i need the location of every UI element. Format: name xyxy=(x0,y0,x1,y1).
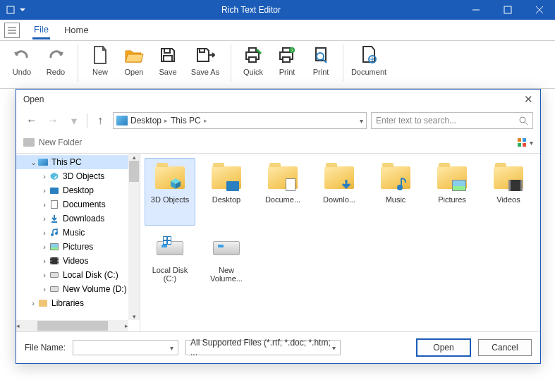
file-item[interactable]: Desktop xyxy=(201,158,252,226)
svg-point-30 xyxy=(51,233,54,236)
expand-icon[interactable]: › xyxy=(40,243,49,251)
folder-3d-icon xyxy=(153,163,187,192)
expand-icon[interactable]: › xyxy=(29,299,37,307)
tree-label: Videos xyxy=(63,256,88,266)
svg-point-32 xyxy=(397,185,403,190)
file-item[interactable]: 3D Objects xyxy=(145,158,195,226)
folder-tree[interactable]: ⌄ This PC ›3D Objects ›Desktop ›Document… xyxy=(16,154,140,331)
view-mode-button[interactable]: ▾ xyxy=(517,137,533,147)
minimize-button[interactable] xyxy=(460,0,492,20)
breadcrumb-root[interactable]: Desktop xyxy=(130,116,161,125)
tree-node[interactable]: ›Music xyxy=(16,226,140,240)
file-item[interactable]: Pictures xyxy=(427,158,477,226)
saveas-button[interactable]: Save As xyxy=(185,44,225,76)
forward-button[interactable]: → xyxy=(44,112,61,129)
maximize-button[interactable] xyxy=(492,0,523,20)
file-item[interactable]: Docume... xyxy=(257,158,308,226)
filetype-combo[interactable]: All Supported Files (*.rtf; *.doc; *.htm… xyxy=(185,340,341,355)
dialog-title: Open xyxy=(23,94,44,104)
tree-horizontal-scrollbar[interactable]: ◂▸ xyxy=(16,320,128,331)
document-button[interactable]: Document xyxy=(349,44,389,76)
filename-combo[interactable]: ▾ xyxy=(73,340,178,355)
ribbon-toolbar: Undo Redo New Open Save Save As Quick ? … xyxy=(0,41,555,89)
ribbon-menu-icon[interactable] xyxy=(4,23,20,38)
new-file-icon xyxy=(89,44,111,66)
open-button[interactable]: Open xyxy=(118,44,150,76)
folder-downloads-icon xyxy=(322,163,356,192)
tree-vertical-scrollbar[interactable]: ▴▾ xyxy=(128,154,140,320)
cancel-button[interactable]: Cancel xyxy=(478,339,532,356)
folder-icon xyxy=(23,138,35,147)
open-file-dialog: Open ✕ ← → ▾ ↑ Desktop ▸ This PC ▸ ▾ Ent… xyxy=(16,89,541,364)
breadcrumb-bar[interactable]: Desktop ▸ This PC ▸ ▾ xyxy=(113,112,367,129)
svg-rect-27 xyxy=(518,143,521,147)
disk-icon xyxy=(49,270,60,280)
up-button[interactable]: ↑ xyxy=(92,112,109,129)
open-button-label: Open xyxy=(433,343,453,353)
new-button[interactable]: New xyxy=(84,44,116,76)
saveas-icon xyxy=(194,44,216,66)
dialog-close-button[interactable]: ✕ xyxy=(524,93,533,106)
qat-dropdown-icon[interactable] xyxy=(20,8,25,11)
print-button[interactable]: ? Print xyxy=(271,44,303,76)
breadcrumb-current[interactable]: This PC xyxy=(171,116,201,125)
undo-button[interactable]: Undo xyxy=(6,44,38,76)
expand-icon[interactable]: › xyxy=(40,285,49,293)
expand-icon[interactable]: › xyxy=(40,228,49,237)
save-label: Save xyxy=(159,68,176,76)
expand-icon[interactable]: › xyxy=(40,200,49,209)
tree-label: This PC xyxy=(51,157,82,167)
ribbon-tabs: File Home xyxy=(0,20,555,41)
search-input[interactable]: Enter text to search... xyxy=(371,112,533,129)
expand-icon[interactable]: › xyxy=(40,186,49,195)
recent-dropdown[interactable]: ▾ xyxy=(66,112,83,129)
file-item[interactable]: Downlo... xyxy=(314,158,365,226)
expand-icon[interactable]: › xyxy=(40,214,49,223)
expand-icon[interactable]: › xyxy=(40,172,49,180)
tab-file[interactable]: File xyxy=(32,21,50,39)
tree-node[interactable]: ›Videos xyxy=(16,254,140,268)
file-item[interactable]: Local Disk (C:) xyxy=(145,228,195,296)
svg-rect-0 xyxy=(7,6,14,13)
file-item[interactable]: Music xyxy=(370,158,421,226)
save-button[interactable]: Save xyxy=(152,44,184,76)
back-button[interactable]: ← xyxy=(23,112,40,129)
quick-access-toolbar[interactable] xyxy=(0,5,42,15)
expand-icon[interactable]: › xyxy=(40,271,49,279)
collapse-icon[interactable]: ⌄ xyxy=(29,158,37,167)
file-list[interactable]: 3D Objects Desktop Docume... Downlo... M… xyxy=(140,154,540,331)
tab-home[interactable]: Home xyxy=(63,22,90,38)
tree-node[interactable]: ›New Volume (D:) xyxy=(16,282,140,296)
file-label: Music xyxy=(386,195,406,204)
tree-node[interactable]: ›3D Objects xyxy=(16,169,140,183)
print-preview-button[interactable]: Print xyxy=(305,44,337,76)
open-action-button[interactable]: Open xyxy=(416,338,471,357)
open-folder-icon xyxy=(123,44,145,66)
redo-button[interactable]: Redo xyxy=(39,44,72,76)
tree-node-libraries[interactable]: ›Libraries xyxy=(16,296,140,310)
tree-node[interactable]: ›Local Disk (C:) xyxy=(16,268,140,282)
tree-node[interactable]: ›Pictures xyxy=(16,240,140,254)
tree-node-thispc[interactable]: ⌄ This PC xyxy=(16,155,140,169)
tree-node[interactable]: ›Downloads xyxy=(16,212,140,226)
music-icon xyxy=(49,228,60,238)
svg-rect-34 xyxy=(164,237,166,240)
svg-point-31 xyxy=(55,232,58,235)
document-icon xyxy=(358,44,380,66)
cancel-button-label: Cancel xyxy=(492,343,518,353)
new-folder-label: New Folder xyxy=(39,137,82,147)
tree-node[interactable]: ›Documents xyxy=(16,197,140,212)
quick-print-button[interactable]: Quick xyxy=(237,44,269,76)
qat-icon xyxy=(6,5,16,15)
breadcrumb-dropdown-icon[interactable]: ▾ xyxy=(360,117,363,125)
close-button[interactable] xyxy=(523,0,555,20)
disk-icon xyxy=(49,284,60,294)
dialog-body: ⌄ This PC ›3D Objects ›Desktop ›Document… xyxy=(16,153,540,332)
tree-label: Local Disk (C:) xyxy=(63,270,118,280)
expand-icon[interactable]: › xyxy=(40,257,49,265)
dialog-nav-row: ← → ▾ ↑ Desktop ▸ This PC ▸ ▾ Enter text… xyxy=(16,109,540,132)
file-item[interactable]: New Volume... xyxy=(201,228,252,296)
tree-node[interactable]: ›Desktop xyxy=(16,183,140,197)
file-item[interactable]: Videos xyxy=(483,158,534,226)
new-folder-button[interactable]: New Folder xyxy=(23,137,82,147)
